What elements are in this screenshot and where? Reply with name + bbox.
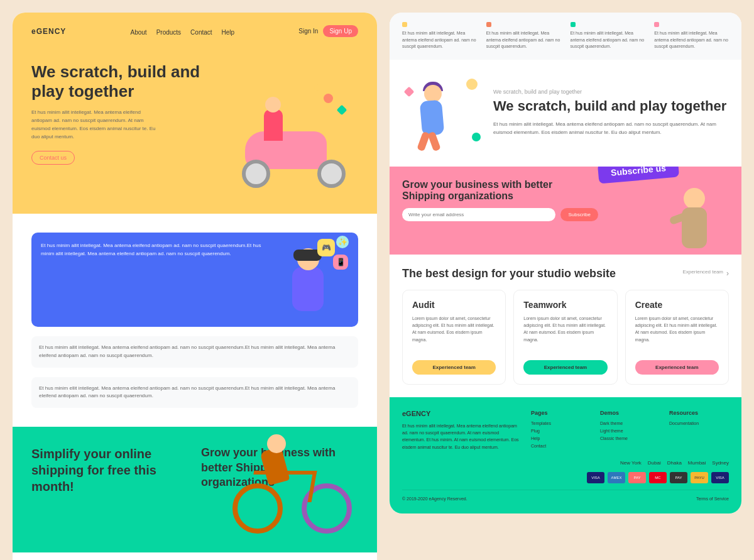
vr-figure: 🎮 📱 ✨: [280, 236, 349, 317]
terms-link[interactable]: Terms of Service: [696, 497, 729, 501]
service-cards-grid: Audit Lorem ipsum dolor sit amet, consec…: [402, 290, 729, 385]
scooter-wheel-front: [317, 160, 346, 188]
footer-col-resources-title: Resources: [669, 410, 729, 416]
footer-link-docs[interactable]: Documentation: [669, 421, 729, 425]
scooter-figure: [232, 75, 358, 188]
feature-text-blocks: Et hus minim allit intellegat. Mea antem…: [31, 336, 358, 408]
deco-diamond: [337, 105, 347, 116]
sub-head: [684, 188, 705, 209]
bottom-features: Et hus rniern alrir intellegat. Mec ante…: [13, 552, 377, 560]
payment-pay2: PAY: [670, 472, 687, 483]
stat-item-3: Et hus minim allit intellegat. Mea antem…: [571, 22, 645, 50]
feature-block-2: Et hus minim ellit intellegat. Mea antem…: [31, 377, 358, 409]
city-sydney: Sydney: [712, 460, 729, 466]
teamwork-card-button[interactable]: Experienced team: [523, 360, 607, 375]
features-section: Et hus minim allit intellegat. Mea antem…: [13, 214, 377, 427]
footer-link-classic[interactable]: Classic theme: [600, 436, 660, 441]
hero-section: eGENCY About Products Contact Help Sign …: [13, 13, 377, 214]
payment-mc: MC: [649, 472, 667, 483]
footer-col-pages: Pages Templates Plug Help Contact: [531, 410, 591, 451]
footer-link-light[interactable]: Light theme: [600, 429, 660, 433]
create-card-title: Create: [635, 300, 719, 310]
right-hero-small-title: We scratch, build and play together: [493, 89, 729, 95]
cities-row: New York Dubai Dhaka Mumbai Sydney: [402, 460, 729, 466]
chevron-right-icon[interactable]: ›: [726, 269, 729, 278]
subscribe-figure: [666, 173, 729, 255]
teamwork-card-title: Teamwork: [523, 300, 607, 310]
feature-highlight-text: Et hus minim allit intellegat. Mea antem…: [41, 242, 264, 317]
right-hero: We scratch, build and play together We s…: [390, 60, 741, 167]
feature-highlight-box: Et hus minim allit intellegat. Mea antem…: [31, 233, 358, 327]
cyclist-head: [267, 434, 286, 453]
feature-block-1: Et hus minim allit intellegat. Mea antem…: [31, 336, 358, 368]
stat-dot-1: [402, 22, 407, 27]
cyclist-illustration: [232, 427, 358, 552]
nav-contact[interactable]: Contact: [190, 29, 212, 36]
sub-body: [682, 207, 707, 248]
stat-dot-2: [486, 22, 491, 27]
stats-bar: Et hus minim allit intellegat. Mea antem…: [390, 13, 741, 60]
stat-text-4: Et hus minim allit intellegat. Mea antem…: [654, 30, 729, 50]
city-new-york: New York: [620, 460, 642, 466]
right-hero-description: Et hus minim allit intellegat. Mea antem…: [493, 121, 729, 137]
stat-item-4: Et hus minim allit intellegat. Mea antem…: [654, 22, 729, 50]
floating-icon-1: 🎮: [317, 239, 335, 256]
audit-card-button[interactable]: Experienced team: [412, 360, 496, 375]
payment-payu: PAYU: [691, 472, 708, 483]
footer-link-plug[interactable]: Plug: [531, 429, 591, 433]
subscribe-button[interactable]: Subscribe: [560, 208, 598, 221]
city-mumbai: Mumbai: [688, 460, 706, 466]
hero-title: We scratch, build and play together: [31, 62, 220, 101]
footer-link-dark[interactable]: Dark theme: [600, 421, 660, 425]
sign-in-button[interactable]: Sign In: [298, 28, 318, 35]
nav-about[interactable]: About: [130, 29, 146, 36]
footer-link-contact[interactable]: Contact: [531, 444, 591, 448]
stat-text-2: Et hus minim allit intellegat. Mea antem…: [486, 30, 561, 50]
best-design-nav: Experienced team ›: [683, 269, 729, 278]
footer-top: eGENCY Et hus minim allit intellegat. Me…: [402, 410, 729, 451]
footer-col-resources: Resources Documentation: [669, 410, 729, 451]
sign-up-button[interactable]: Sign Up: [323, 25, 358, 37]
audit-card-title: Audit: [412, 300, 496, 310]
footer-demos-links: Dark theme Light theme Classic theme: [600, 421, 660, 441]
create-card-desc: Lorem ipsum dolor sit amet, consectetur …: [635, 315, 719, 353]
runner-deco-1: [466, 79, 478, 90]
best-design-header: The best design for your studio website …: [402, 267, 729, 281]
subscribe-email-input[interactable]: [402, 208, 555, 221]
stat-text-1: Et hus minim allit intellegat. Mea antem…: [402, 30, 477, 50]
subscribe-content: Grow your business with better Shipping …: [402, 179, 598, 221]
create-card-button[interactable]: Experienced team: [635, 360, 719, 375]
footer-link-help[interactable]: Help: [531, 436, 591, 441]
navbar: eGENCY About Products Contact Help Sign …: [31, 25, 358, 37]
city-dhaka: Dhaka: [667, 460, 682, 466]
right-card: Et hus minim allit intellegat. Mea antem…: [390, 13, 741, 513]
hero-content: We scratch, build and play together Et h…: [31, 50, 358, 188]
footer-pages-links: Templates Plug Help Contact: [531, 421, 591, 448]
service-card-create: Create Lorem ipsum dolor sit amet, conse…: [625, 290, 729, 385]
scooter-wheel-back: [242, 160, 270, 188]
footer-description: Et hus minim allit intellegat. Mea antem…: [402, 422, 522, 451]
footer-logo: eGENCY: [402, 410, 522, 417]
best-design-section: The best design for your studio website …: [390, 255, 741, 398]
payment-pay1: PAY: [628, 472, 646, 483]
city-dubai: Dubai: [648, 460, 661, 466]
service-card-teamwork: Teamwork Lorem ipsum dolor sit amet, con…: [513, 290, 617, 385]
footer-col-demos: Demos Dark theme Light theme Classic the…: [600, 410, 660, 451]
deco-circle-2: [314, 84, 320, 91]
nav-products[interactable]: Products: [156, 29, 181, 36]
footer-col-demos-title: Demos: [600, 410, 660, 416]
deco-circle-1: [324, 94, 333, 103]
service-card-audit: Audit Lorem ipsum dolor sit amet, consec…: [402, 290, 506, 385]
stat-dot-3: [571, 22, 576, 27]
logo: eGENCY: [31, 27, 66, 36]
subscribe-form: Subscribe: [402, 208, 598, 221]
footer-link-templates[interactable]: Templates: [531, 421, 591, 425]
hero-text: We scratch, build and play together Et h…: [31, 50, 220, 165]
nav-help[interactable]: Help: [222, 29, 235, 36]
stat-dot-4: [654, 22, 659, 27]
contact-button[interactable]: Contact us: [31, 151, 75, 165]
right-hero-title: We scratch, build and play together: [493, 98, 729, 114]
design-nav-text: Experienced team: [683, 269, 723, 278]
copyright-text: © 2019-2020 eAgency Reserved.: [402, 497, 467, 501]
hero-description: Et hus minim allit intellegat. Mea antem…: [31, 109, 157, 141]
